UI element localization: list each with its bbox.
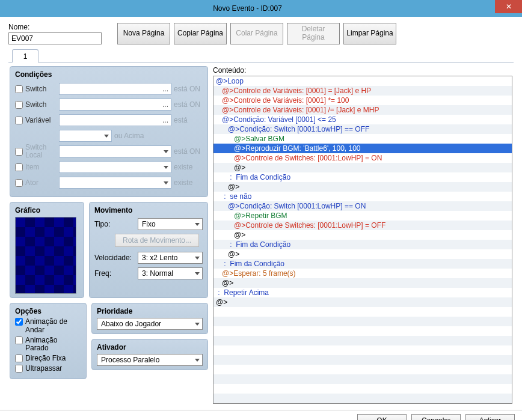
code-line[interactable]: @>Controle de Variáveis: [0001] /= [Jack… [213, 105, 512, 115]
switch2-label: Switch [25, 100, 57, 109]
variavel-dropdown[interactable]: ... [59, 114, 171, 126]
anim-andar-label: Animação de Andar [25, 318, 81, 335]
apply-button[interactable]: Aplicar [465, 414, 515, 420]
code-line-empty [213, 326, 512, 336]
tab-bar: 1 [8, 49, 514, 62]
code-line[interactable]: @>Reproduzir BGM: 'Battle6', 100, 100 [213, 144, 512, 153]
nova-pagina-button[interactable]: Nova Página [117, 23, 170, 44]
code-line[interactable]: @> [213, 230, 512, 240]
grafico-group: Gráfico [10, 202, 84, 298]
prioridade-group: Prioridade Abaixo do Jogador [91, 303, 208, 334]
switch1-post: está ON [174, 85, 203, 93]
chevron-down-icon [195, 272, 200, 275]
ator-dropdown[interactable] [59, 177, 171, 189]
item-post: existe [174, 163, 203, 171]
code-line[interactable]: : se não [213, 192, 512, 201]
code-line-empty [213, 365, 512, 374]
ator-checkbox[interactable] [15, 179, 23, 187]
conteudo-label: Conteúdo: [213, 66, 512, 75]
item-checkbox[interactable] [15, 163, 23, 171]
switch2-checkbox[interactable] [15, 101, 23, 109]
chevron-down-icon [195, 223, 200, 226]
copiar-pagina-button[interactable]: Copiar Página [174, 23, 227, 44]
code-line[interactable]: @>Controle de Variáveis: [0001] = [Jack]… [213, 86, 512, 96]
grafico-preview[interactable] [15, 217, 76, 294]
code-line-empty [213, 307, 512, 317]
code-line[interactable]: : Fim da Condição [213, 240, 512, 249]
switch2-post: está ON [174, 100, 203, 109]
switch1-checkbox[interactable] [15, 85, 23, 93]
code-line[interactable]: @> [213, 182, 512, 192]
ok-button[interactable]: OK [357, 414, 407, 420]
close-button[interactable]: ✕ [495, 0, 522, 13]
code-line[interactable]: @>Repetir BGM [213, 211, 512, 221]
ultrapassar-label: Ultrapassar [25, 365, 62, 373]
item-dropdown[interactable] [59, 161, 171, 173]
opcoes-group: Opções Animação de Andar Animação Parado… [10, 303, 87, 379]
item-label: Item [25, 163, 57, 171]
tipo-select[interactable]: Fixo [138, 218, 203, 230]
code-line-empty [213, 336, 512, 345]
prioridade-select[interactable]: Abaixo do Jogador [97, 318, 203, 330]
limpar-pagina-button[interactable]: Limpar Página [343, 23, 396, 44]
code-line[interactable]: @>Condição: Switch [0001:LowHP] == ON [213, 201, 512, 211]
code-line[interactable]: @>Esperar: 5 frame(s) [213, 269, 512, 278]
switchlocal-label: Switch Local [25, 144, 57, 159]
code-line-empty [213, 374, 512, 384]
ultrapassar-checkbox[interactable] [15, 365, 23, 373]
code-line[interactable]: @>Controle de Switches: [0001:LowHP] = O… [213, 221, 512, 230]
code-line-empty [213, 394, 512, 403]
chevron-down-icon [195, 257, 200, 260]
code-line[interactable]: @>Condição: Switch [0001:LowHP] == OFF [213, 124, 512, 134]
movimento-group: Movimento Tipo: Fixo Rota de Movimento..… [89, 202, 208, 298]
velocidade-select[interactable]: 3: x2 Lento [138, 252, 203, 264]
code-line[interactable]: @>Condição: Variável [0001] <= 25 [213, 115, 512, 124]
anim-parado-checkbox[interactable] [15, 336, 23, 344]
chevron-down-icon [104, 135, 109, 138]
code-line-empty [213, 355, 512, 365]
switchlocal-post: está ON [174, 147, 203, 156]
switchlocal-checkbox[interactable] [15, 148, 23, 156]
freq-label: Freq: [94, 269, 134, 278]
freq-select[interactable]: 3: Normal [138, 267, 203, 279]
code-line[interactable]: : Repetir Acima [213, 288, 512, 297]
code-line[interactable]: @> [213, 278, 512, 288]
close-icon: ✕ [506, 2, 512, 11]
code-line[interactable]: @> [213, 163, 512, 172]
ouacima-label: ou Acima [114, 132, 203, 140]
code-line[interactable]: @>Controle de Switches: [0001:LowHP] = O… [213, 153, 512, 163]
anim-andar-checkbox[interactable] [15, 318, 23, 326]
code-line[interactable]: @>Loop [213, 76, 512, 86]
opcoes-title: Opções [15, 307, 81, 315]
window-title: Novo Evento - ID:007 [0, 4, 495, 13]
variavel-label: Variável [25, 116, 57, 124]
chevron-down-icon [195, 323, 200, 326]
titlebar: Novo Evento - ID:007 ✕ [0, 0, 522, 17]
ativador-select[interactable]: Processo Paralelo [97, 354, 203, 366]
code-line[interactable]: @>Controle de Variáveis: [0001] *= 100 [213, 96, 512, 105]
ator-post: existe [174, 178, 203, 187]
ativador-group: Ativador Processo Paralelo [91, 339, 208, 370]
direcao-fixa-checkbox[interactable] [15, 355, 23, 362]
deletar-pagina-button: Deletar Página [287, 23, 340, 44]
code-line-empty [213, 317, 512, 326]
switch2-dropdown[interactable]: ... [59, 99, 171, 111]
condicoes-title: Condições [15, 70, 203, 79]
colar-pagina-button: Colar Página [230, 23, 283, 44]
cancel-button[interactable]: Cancelar [411, 414, 461, 420]
nome-input[interactable] [8, 32, 102, 44]
variavel-num-dropdown[interactable] [59, 130, 112, 142]
code-line[interactable]: : Fim da Condição [213, 172, 512, 182]
condicoes-group: Condições Switch ... está ON Switch ... … [10, 66, 208, 197]
code-line[interactable]: : Fim da Condição [213, 259, 512, 269]
switch1-dropdown[interactable]: ... [59, 83, 171, 95]
code-line[interactable]: @> [213, 249, 512, 259]
code-line[interactable]: @> [213, 297, 512, 307]
tab-1[interactable]: 1 [12, 49, 38, 62]
nome-label: Nome: [8, 23, 102, 31]
variavel-checkbox[interactable] [15, 117, 23, 124]
code-line[interactable]: @>Salvar BGM [213, 134, 512, 144]
ativador-title: Ativador [97, 343, 203, 352]
conteudo-listbox[interactable]: @>Loop @>Controle de Variáveis: [0001] =… [213, 76, 512, 404]
switchlocal-dropdown[interactable] [59, 145, 171, 157]
